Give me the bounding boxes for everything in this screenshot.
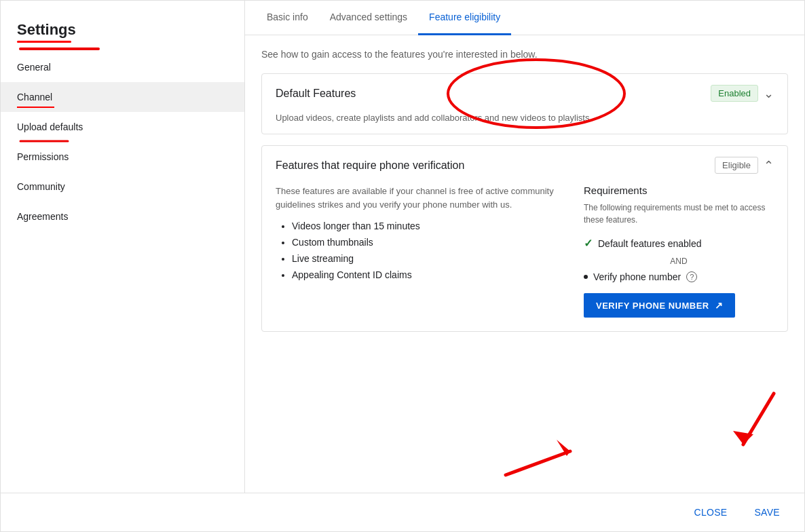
sidebar-item-community[interactable]: Community — [1, 172, 244, 202]
bullet-icon — [584, 275, 588, 279]
default-features-badge-group: Enabled ⌄ — [711, 85, 774, 102]
default-features-card: Default Features Enabled ⌄ Upload videos… — [261, 73, 788, 134]
requirements-section: Requirements The following requirements … — [584, 185, 774, 318]
check-icon: ✓ — [584, 237, 593, 250]
help-icon[interactable]: ? — [686, 271, 697, 282]
sidebar-item-permissions[interactable]: Permissions — [1, 142, 244, 172]
sidebar-item-channel[interactable]: Channel — [1, 82, 244, 112]
list-item: Videos longer than 15 minutes — [292, 221, 557, 231]
requirement-bullet-item: Verify phone number ? — [584, 271, 774, 282]
requirements-description: The following requirements must be met t… — [584, 202, 774, 226]
requirements-title: Requirements — [584, 185, 774, 196]
expanded-card-body: These features are available if your cha… — [262, 185, 787, 331]
main-content: Basic info Advanced settings Feature eli… — [245, 1, 804, 493]
sidebar-item-general[interactable]: General — [1, 52, 244, 82]
list-item: Custom thumbnails — [292, 237, 557, 248]
feature-list: Videos longer than 15 minutes Custom thu… — [276, 221, 557, 280]
chevron-up-icon[interactable]: ⌃ — [764, 158, 774, 173]
tab-basic-info[interactable]: Basic info — [256, 1, 319, 35]
tab-feature-eligibility[interactable]: Feature eligibility — [418, 1, 511, 35]
phone-verification-desc: These features are available if your cha… — [276, 185, 557, 211]
sidebar-item-agreements[interactable]: Agreements — [1, 202, 244, 231]
requirement-and: AND — [584, 256, 774, 266]
phone-verification-card: Features that require phone verification… — [261, 145, 788, 332]
verify-phone-button[interactable]: VERIFY PHONE NUMBER ↗ — [584, 293, 735, 318]
settings-title: Settings — [1, 14, 92, 52]
phone-verification-badge-group: Eligible ⌃ — [715, 157, 774, 174]
list-item: Appealing Content ID claims — [292, 269, 557, 280]
eligible-badge: Eligible — [715, 157, 758, 174]
requirement-bullet-label: Verify phone number — [593, 271, 681, 282]
chevron-down-icon[interactable]: ⌄ — [764, 86, 774, 101]
close-button[interactable]: CLOSE — [686, 501, 736, 523]
save-button[interactable]: SAVE — [746, 501, 788, 523]
requirement-check-item: ✓ Default features enabled — [584, 237, 774, 250]
tab-advanced-settings[interactable]: Advanced settings — [319, 1, 418, 35]
dialog-footer: CLOSE SAVE — [1, 493, 804, 531]
default-features-title: Default Features — [276, 88, 356, 100]
enabled-badge: Enabled — [711, 85, 758, 102]
content-description: See how to gain access to the features y… — [261, 49, 788, 60]
list-item: Live streaming — [292, 253, 557, 264]
tabs: Basic info Advanced settings Feature eli… — [245, 1, 804, 35]
content-area: See how to gain access to the features y… — [245, 35, 804, 493]
default-features-subtitle: Upload videos, create playlists and add … — [262, 113, 787, 134]
sidebar: Settings General Channel Upload defaults… — [1, 1, 245, 493]
requirement-check-label: Default features enabled — [598, 238, 702, 249]
external-link-icon: ↗ — [715, 300, 724, 311]
sidebar-item-upload-defaults[interactable]: Upload defaults — [1, 112, 244, 142]
feature-list-section: These features are available if your cha… — [276, 185, 557, 318]
phone-verification-title: Features that require phone verification — [276, 159, 464, 172]
